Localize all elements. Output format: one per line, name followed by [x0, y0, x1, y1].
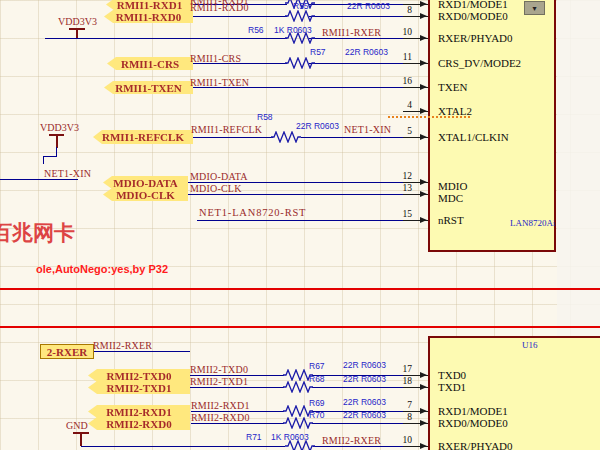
- port-rmii1-crs[interactable]: RMII1-CRS: [107, 57, 193, 70]
- power-label-vdd3v3[interactable]: VDD3V3: [58, 16, 97, 27]
- wire-rmii1-rxd0[interactable]: [193, 16, 287, 17]
- port-mdio-data[interactable]: MDIO-DATA: [103, 176, 188, 189]
- designator-r56[interactable]: R56: [248, 25, 264, 35]
- wire-net1-xin[interactable]: [0, 179, 78, 180]
- pin-number-8: 8: [388, 5, 412, 15]
- designator-r57[interactable]: R57: [310, 47, 326, 57]
- net-label-rmii1-rxd0[interactable]: RMII1-RXD0: [190, 2, 249, 13]
- net-label-rmii2-txd0[interactable]: RMII2-TXD0: [190, 364, 248, 375]
- port-rmii1-rxd1[interactable]: RMII1-RXD1: [106, 0, 193, 11]
- port-rmii1-refclk[interactable]: RMII1-REFCLK: [93, 130, 193, 144]
- wire-net1-xin[interactable]: [301, 137, 403, 138]
- sheet-divider-line: [0, 288, 600, 290]
- net-label-rmii2-txd1[interactable]: RMII2-TXD1: [190, 376, 248, 387]
- wire-vdd-drop[interactable]: [43, 156, 57, 157]
- value-r68[interactable]: 22R R0603: [343, 374, 386, 384]
- wire-nrst[interactable]: [197, 220, 403, 221]
- net-label-rmii1-txen[interactable]: RMII1-TXEN: [190, 77, 249, 88]
- wire-rmii2-rxd0[interactable]: [312, 423, 403, 424]
- designator-u16: U16: [522, 340, 538, 350]
- port-rmii1-rxd0[interactable]: RMII1-RXD0: [104, 10, 193, 23]
- power-label-vdd3v3[interactable]: VDD3V3: [40, 122, 79, 133]
- wire-rmii1-refclk[interactable]: [193, 137, 273, 138]
- net-label-rmii2-rxer[interactable]: RMII2-RXER: [93, 340, 152, 351]
- pin-name-rxd1-mode1: RXD1/MODE1: [438, 0, 508, 10]
- pin-arrow-icon: [420, 1, 427, 7]
- pin-arrow-icon: [420, 420, 427, 426]
- value-r70[interactable]: 22R R0603: [343, 410, 386, 420]
- pin-number-10: 10: [388, 27, 412, 37]
- net-label-mdio-clk[interactable]: MDIO-CLK: [190, 183, 242, 194]
- chip-lan8720a-bottom[interactable]: [428, 336, 600, 450]
- net-label-rmii2-rxer[interactable]: RMII2-RXER: [322, 435, 381, 446]
- resistor-r58[interactable]: [271, 131, 301, 143]
- chevron-down-icon: ▾: [532, 4, 536, 13]
- wire-rmii2-rxd0[interactable]: [191, 423, 284, 424]
- value-r69[interactable]: 22R R0603: [343, 397, 386, 407]
- net-label-net1-xin[interactable]: NET1-XIN: [344, 124, 391, 135]
- pin-number-18: 18: [388, 376, 412, 386]
- designator-r55[interactable]: R55: [293, 1, 309, 11]
- value-r56[interactable]: 1K R0603: [274, 25, 312, 35]
- designator-r68[interactable]: R68: [309, 374, 325, 384]
- dropdown-button[interactable]: ▾: [524, 1, 545, 15]
- wire-rmii2-rxer[interactable]: [313, 446, 403, 447]
- wire-rmii1-crs[interactable]: [309, 63, 403, 64]
- pin-arrow-icon: [420, 84, 427, 90]
- net-label-net1-lan8720-rst[interactable]: NET1-LAN8720-RST: [199, 207, 306, 218]
- value-r71[interactable]: 1K R0603: [271, 432, 309, 442]
- wire-rmii2-txd1[interactable]: [312, 387, 403, 388]
- pin-name-xtal1-clkin: XTAL1/CLKIN: [438, 131, 509, 143]
- value-r57[interactable]: 22R R0603: [345, 47, 388, 57]
- pin-name-mdc: MDC: [438, 192, 463, 204]
- designator-r70[interactable]: R70: [309, 410, 325, 420]
- pin-arrow-icon: [420, 35, 427, 41]
- pin-arrow-icon: [420, 372, 427, 378]
- value-r55[interactable]: 22R R0603: [347, 1, 390, 11]
- port-rmii1-txen[interactable]: RMII1-TXEN: [104, 81, 193, 94]
- port-rmii2-rxd0[interactable]: RMII2-RXD0: [88, 417, 190, 430]
- port-rmii2-txd1[interactable]: RMII2-TXD1: [88, 381, 190, 394]
- wire-rxer-pullup[interactable]: [45, 38, 287, 39]
- gnd-label[interactable]: GND: [66, 420, 88, 431]
- pin-number-11: 11: [388, 52, 412, 62]
- pin-arrow-icon: [420, 443, 427, 449]
- value-r67[interactable]: 22R R0603: [343, 360, 386, 370]
- net-label-rmii1-refclk[interactable]: RMII1-REFCLK: [191, 124, 262, 135]
- pin-name-txen: TXEN: [438, 81, 467, 93]
- chinese-title: 百兆网卡: [0, 219, 75, 247]
- net-label-mdio-data[interactable]: MDIO-DATA: [190, 171, 248, 182]
- pin-number-10: 10: [388, 435, 412, 445]
- net-label-rmii2-rxd1[interactable]: RMII2-RXD1: [191, 400, 250, 411]
- pin-number-4: 4: [388, 100, 412, 110]
- net-label-net1-xin[interactable]: NET1-XIN: [44, 168, 91, 179]
- wire-rxer-pulldown[interactable]: [81, 446, 285, 447]
- net-label-rmii1-rxer[interactable]: RMII1-RXER: [322, 27, 381, 38]
- pin-arrow-icon: [420, 408, 427, 414]
- wire-rmii1-rxd0[interactable]: [309, 16, 403, 17]
- port-rmii2-txd0[interactable]: RMII2-TXD0: [88, 369, 190, 382]
- pin-arrow-icon: [420, 384, 427, 390]
- designator-r67[interactable]: R67: [309, 361, 325, 371]
- wire-rmii2-rxer[interactable]: [92, 351, 190, 352]
- resistor-r57[interactable]: [285, 57, 315, 69]
- value-r58[interactable]: 22R R0603: [296, 121, 339, 131]
- wire-rmii2-txd1[interactable]: [190, 387, 284, 388]
- wire-vdd-drop[interactable]: [43, 156, 44, 164]
- port-rmii2-rxd1[interactable]: RMII2-RXD1: [88, 405, 190, 418]
- pin-arrow-icon: [420, 179, 427, 185]
- resistor-r55[interactable]: [285, 10, 315, 22]
- designator-r58[interactable]: R58: [257, 112, 273, 122]
- wire-rmii1-rxer[interactable]: [309, 38, 403, 39]
- pin-arrow-icon: [420, 60, 427, 66]
- designator-r71[interactable]: R71: [246, 432, 262, 442]
- pin-number-7: 7: [388, 400, 412, 410]
- designator-r69[interactable]: R69: [309, 398, 325, 408]
- net-label-rmii2-rxd0[interactable]: RMII2-RXD0: [191, 412, 250, 423]
- pin-number-12: 12: [388, 171, 412, 181]
- wire-mdc[interactable]: [188, 194, 403, 195]
- pin-name-txd1: TXD1: [438, 381, 466, 393]
- port-mdio-clk[interactable]: MDIO-CLK: [103, 188, 188, 201]
- net-label-rmii1-crs[interactable]: RMII1-CRS: [190, 53, 241, 64]
- port-rmii2-rxer[interactable]: 2-RXER: [40, 344, 94, 359]
